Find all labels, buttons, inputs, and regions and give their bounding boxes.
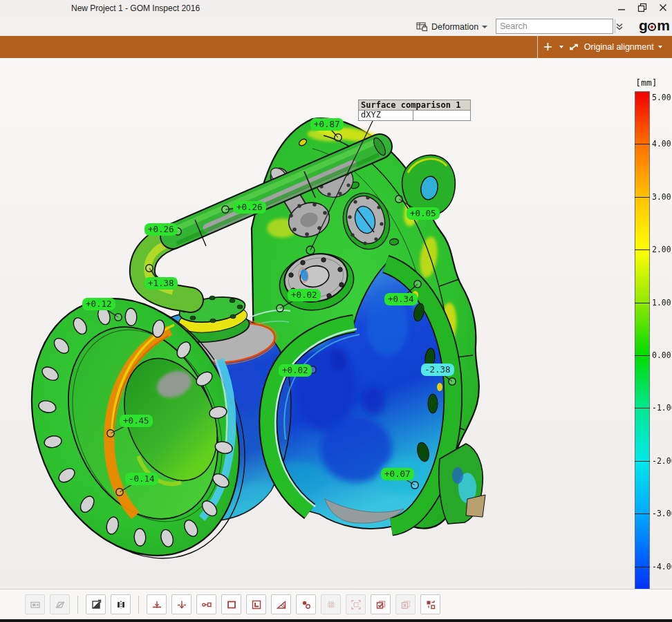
move-select-icon (425, 599, 436, 610)
ribbon-separator (537, 36, 538, 58)
search-input[interactable] (496, 19, 615, 33)
restore-button[interactable] (636, 1, 648, 14)
l-select-button[interactable] (246, 594, 266, 614)
confirm-select-icon (375, 599, 386, 610)
deviation-annotation[interactable]: +0.45 (120, 415, 153, 427)
surface-comparison-callout[interactable]: Surface comparison 1 dXYZ (358, 100, 471, 121)
search-box (496, 19, 613, 34)
alignment-icon (569, 43, 579, 51)
split-view-icon (115, 599, 127, 610)
deformation-caret-icon (482, 26, 487, 28)
deformation-selector[interactable]: Deformation (416, 19, 487, 34)
expand-select-button (346, 594, 366, 614)
point-pick-button[interactable] (147, 594, 167, 614)
callout-title: Surface comparison 1 (358, 100, 471, 111)
selection-toolbar (0, 589, 672, 619)
pipe-select-icon (201, 599, 212, 610)
3d-model[interactable] (0, 0, 672, 622)
callout-value: dXYZ (358, 111, 413, 121)
deviation-annotation[interactable]: +0.07 (381, 468, 414, 480)
deviation-annotation[interactable]: -0.14 (125, 473, 158, 485)
alignment-caret-icon (658, 46, 662, 48)
split-view-button[interactable] (111, 594, 131, 614)
deviation-annotation[interactable]: +0.26 (233, 201, 266, 214)
rect-select-button[interactable] (221, 594, 241, 614)
invert-view-button[interactable] (86, 594, 106, 614)
deviation-annotation[interactable]: +0.34 (384, 293, 418, 305)
callout-empty-cell (413, 111, 471, 121)
shade-view-button (50, 594, 70, 614)
invert-view-icon (91, 599, 102, 610)
foot-bracket[interactable] (439, 444, 485, 524)
alignment-selector[interactable]: Original alignment (584, 42, 662, 52)
pip-view-button (25, 594, 45, 614)
circle-select-icon (301, 599, 312, 610)
shade-view-icon (55, 599, 66, 610)
deviation-annotation[interactable]: -2.38 (421, 364, 454, 376)
close-button[interactable] (657, 1, 669, 14)
circle-select-button[interactable] (296, 594, 316, 614)
cancel-select-icon (400, 599, 411, 610)
triangle-select-icon (276, 599, 287, 610)
pip-view-icon (30, 599, 41, 610)
deviation-annotation[interactable]: +0.26 (144, 223, 178, 236)
deviation-annotation[interactable]: +1.38 (144, 277, 178, 290)
deviation-annotation[interactable]: +0.87 (310, 118, 344, 131)
pipe-select-button[interactable] (196, 594, 216, 614)
titlebar: New Project 1 - GOM Inspect 2016 (0, 0, 672, 17)
ribbon: + Original alignment (0, 36, 672, 58)
rect-select-icon (226, 599, 237, 610)
point-pick-icon (151, 599, 162, 610)
toolbar-divider (138, 596, 139, 614)
toolbar-divider (77, 596, 78, 614)
point-snap-icon (176, 599, 187, 610)
logo-letter-m: m (657, 17, 669, 34)
bottom-edge (0, 619, 672, 622)
window-title: New Project 1 - GOM Inspect 2016 (71, 3, 200, 13)
gom-logo: gm (639, 17, 670, 34)
point-snap-button[interactable] (171, 594, 192, 614)
deviation-annotation[interactable]: +0.12 (82, 298, 115, 310)
move-select-button[interactable] (420, 594, 440, 614)
deformation-icon (416, 21, 428, 32)
deviation-annotation[interactable]: +0.05 (407, 207, 440, 220)
deviation-annotation[interactable]: +0.02 (288, 289, 321, 301)
gom-inspect-window: Surface comparison 1 dXYZ [mm] 5.004.003… (0, 0, 672, 622)
double-chevron-down-icon (615, 22, 624, 31)
deviation-annotation[interactable]: +0.02 (279, 364, 312, 377)
confirm-select-button[interactable] (371, 594, 391, 614)
deformation-label: Deformation (431, 22, 478, 32)
logo-red-dot (651, 26, 653, 28)
minimize-button[interactable] (615, 1, 628, 14)
search-expand-button[interactable] (615, 19, 624, 33)
grid-select-button (321, 594, 341, 614)
triangle-select-button[interactable] (271, 594, 291, 614)
cancel-select-button (395, 594, 416, 614)
expand-select-icon (351, 599, 362, 610)
add-element-button[interactable]: + (542, 39, 554, 55)
grid-select-icon (326, 599, 337, 610)
alignment-label: Original alignment (584, 42, 654, 52)
logo-letter-o (648, 23, 656, 31)
l-select-icon (251, 599, 262, 610)
add-element-caret-icon[interactable] (559, 46, 563, 48)
menu-row: Deformation gm (0, 17, 672, 36)
logo-letter-g: g (639, 17, 647, 34)
